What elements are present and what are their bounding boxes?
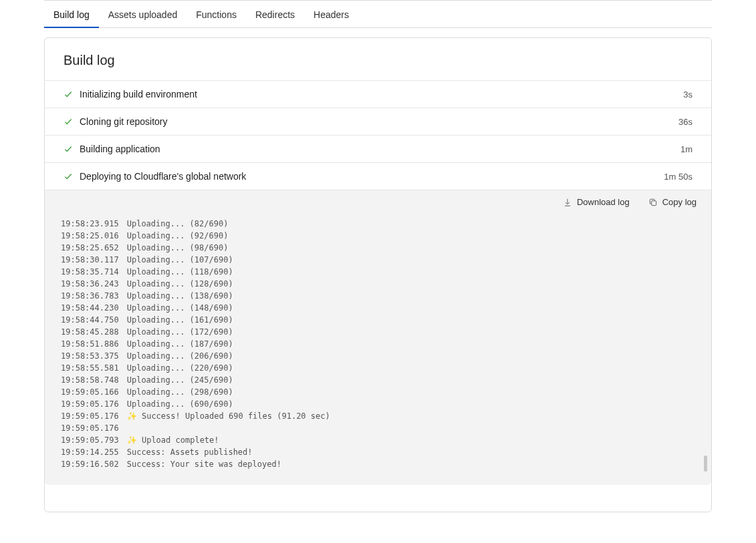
- log-line: 19:58:25.652Uploading... (98/690): [61, 242, 695, 254]
- log-message: Uploading... (690/690): [119, 398, 233, 410]
- log-line: 19:58:36.243Uploading... (128/690): [61, 278, 695, 290]
- log-timestamp: 19:58:25.652: [61, 242, 119, 254]
- stage-label: Deploying to Cloudflare's global network: [80, 171, 246, 182]
- log-line: 19:58:45.288Uploading... (172/690): [61, 326, 695, 338]
- stage-duration: 3s: [683, 89, 692, 100]
- log-message: ✨ Upload complete!: [119, 434, 219, 446]
- tab-redirects[interactable]: Redirects: [246, 1, 304, 28]
- log-timestamp: 19:58:44.230: [61, 302, 119, 314]
- log-line: 19:59:05.793✨ Upload complete!: [61, 434, 695, 446]
- download-log-label: Download log: [577, 197, 630, 207]
- log-line: 19:58:30.117Uploading... (107/690): [61, 254, 695, 266]
- log-line: 19:59:05.176: [61, 422, 695, 434]
- log-timestamp: 19:58:25.016: [61, 230, 119, 242]
- stage-duration: 36s: [678, 117, 692, 127]
- tab-assets-uploaded[interactable]: Assets uploaded: [99, 1, 187, 28]
- log-message: Uploading... (118/690): [119, 266, 233, 278]
- log-output[interactable]: 19:58:23.915Uploading... (82/690)19:58:2…: [45, 214, 711, 485]
- check-icon: [64, 144, 73, 154]
- log-line: 19:58:35.714Uploading... (118/690): [61, 266, 695, 278]
- stage-label: Cloning git repository: [80, 116, 168, 127]
- log-message: ✨ Success! Uploaded 690 files (91.20 sec…: [119, 410, 330, 422]
- log-message: Success: Your site was deployed!: [119, 458, 281, 470]
- log-line: 19:58:53.375Uploading... (206/690): [61, 350, 695, 362]
- copy-log-label: Copy log: [662, 197, 697, 207]
- log-timestamp: 19:58:53.375: [61, 350, 119, 362]
- log-line: 19:59:05.166Uploading... (298/690): [61, 386, 695, 398]
- stage-row[interactable]: Cloning git repository36s: [45, 108, 711, 135]
- log-timestamp: 19:58:36.783: [61, 290, 119, 302]
- log-line: 19:59:16.502Success: Your site was deplo…: [61, 458, 695, 470]
- log-line: 19:58:44.750Uploading... (161/690): [61, 314, 695, 326]
- log-timestamp: 19:58:23.915: [61, 218, 119, 230]
- log-line: 19:58:25.016Uploading... (92/690): [61, 230, 695, 242]
- log-timestamp: 19:58:58.748: [61, 374, 119, 386]
- check-icon: [64, 89, 73, 99]
- copy-icon: [648, 198, 658, 207]
- log-line: 19:58:23.915Uploading... (82/690): [61, 218, 695, 230]
- log-timestamp: 19:59:05.176: [61, 398, 119, 410]
- log-message: Uploading... (82/690): [119, 218, 229, 230]
- log-timestamp: 19:58:36.243: [61, 278, 119, 290]
- log-timestamp: 19:58:55.581: [61, 362, 119, 374]
- stage-duration: 1m: [680, 144, 692, 154]
- check-icon: [64, 172, 73, 181]
- tab-build-log[interactable]: Build log: [44, 1, 99, 28]
- log-line: 19:59:05.176✨ Success! Uploaded 690 file…: [61, 410, 695, 422]
- log-timestamp: 19:59:05.176: [61, 422, 119, 434]
- log-timestamp: 19:59:05.793: [61, 434, 119, 446]
- stage-row[interactable]: Deploying to Cloudflare's global network…: [45, 162, 711, 190]
- log-line: 19:58:55.581Uploading... (220/690): [61, 362, 695, 374]
- scrollbar-thumb[interactable]: [704, 456, 707, 472]
- sparkle-icon: ✨: [127, 434, 142, 446]
- log-message: Uploading... (128/690): [119, 278, 233, 290]
- stage-row[interactable]: Building application1m: [45, 135, 711, 162]
- log-message: Uploading... (148/690): [119, 302, 233, 314]
- log-message: Uploading... (161/690): [119, 314, 233, 326]
- log-message: Uploading... (107/690): [119, 254, 233, 266]
- log-line: 19:59:14.255Success: Assets published!: [61, 446, 695, 458]
- log-timestamp: 19:58:35.714: [61, 266, 119, 278]
- stage-duration: 1m 50s: [664, 172, 692, 182]
- log-timestamp: 19:59:14.255: [61, 446, 119, 458]
- log-message: Uploading... (138/690): [119, 290, 233, 302]
- check-icon: [64, 117, 73, 126]
- log-message: Success: Assets published!: [119, 446, 253, 458]
- tabs: Build logAssets uploadedFunctionsRedirec…: [44, 0, 712, 28]
- log-timestamp: 19:58:30.117: [61, 254, 119, 266]
- log-timestamp: 19:59:05.166: [61, 386, 119, 398]
- tab-functions[interactable]: Functions: [186, 1, 246, 28]
- log-timestamp: 19:58:51.886: [61, 338, 119, 350]
- svg-rect-0: [651, 200, 656, 205]
- stage-label: Initializing build environment: [80, 89, 197, 100]
- log-line: 19:58:58.748Uploading... (245/690): [61, 374, 695, 386]
- log-line: 19:58:44.230Uploading... (148/690): [61, 302, 695, 314]
- log-line: 19:58:51.886Uploading... (187/690): [61, 338, 695, 350]
- stage-row[interactable]: Initializing build environment3s: [45, 80, 711, 108]
- build-log-card: Build log Initializing build environment…: [44, 37, 712, 512]
- log-timestamp: 19:58:44.750: [61, 314, 119, 326]
- log-timestamp: 19:58:45.288: [61, 326, 119, 338]
- log-timestamp: 19:59:05.176: [61, 410, 119, 422]
- download-icon: [563, 198, 572, 207]
- log-line: 19:58:36.783Uploading... (138/690): [61, 290, 695, 302]
- sparkle-icon: ✨: [127, 410, 142, 422]
- card-title: Build log: [45, 38, 711, 80]
- stage-label: Building application: [80, 144, 160, 154]
- log-line: 19:59:05.176Uploading... (690/690): [61, 398, 695, 410]
- log-message: Uploading... (98/690): [119, 242, 229, 254]
- log-message: Uploading... (206/690): [119, 350, 233, 362]
- copy-log-button[interactable]: Copy log: [648, 197, 697, 207]
- log-timestamp: 19:59:16.502: [61, 458, 119, 470]
- tab-headers[interactable]: Headers: [304, 1, 358, 28]
- log-message: Uploading... (187/690): [119, 338, 233, 350]
- log-message: Uploading... (245/690): [119, 374, 233, 386]
- log-message: Uploading... (220/690): [119, 362, 233, 374]
- log-message: Uploading... (172/690): [119, 326, 233, 338]
- card-footer-spacer: [45, 485, 711, 512]
- download-log-button[interactable]: Download log: [563, 197, 630, 207]
- log-message: Uploading... (92/690): [119, 230, 229, 242]
- log-actions-bar: Download log Copy log: [45, 190, 711, 214]
- log-message: Uploading... (298/690): [119, 386, 233, 398]
